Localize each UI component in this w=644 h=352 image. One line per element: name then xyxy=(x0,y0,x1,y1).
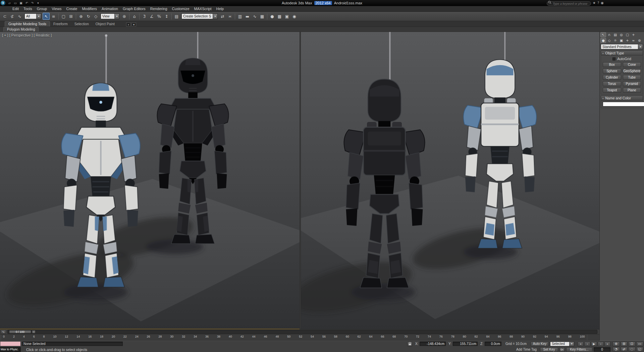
viewport-canvas-right[interactable] xyxy=(301,32,599,329)
angle-snap-icon[interactable]: ∠ xyxy=(148,13,155,20)
polygon-modeling-panel-tab[interactable]: Polygon Modeling xyxy=(3,27,39,32)
name-and-color-rollout-header[interactable]: - Name and Color xyxy=(601,95,643,100)
select-by-name-icon[interactable]: ≡ xyxy=(50,13,57,20)
previous-frame-button[interactable]: ‹ xyxy=(584,342,590,346)
autogrid-checkbox[interactable] xyxy=(612,57,615,60)
graphite-ribbon-toggle-icon[interactable]: ▬ xyxy=(244,13,251,20)
snap-toggle-3d-icon[interactable]: 3 xyxy=(141,13,148,20)
menu-item[interactable]: Help xyxy=(214,7,226,11)
menu-item[interactable]: Modifiers xyxy=(79,7,99,11)
mini-curve-editor-button[interactable]: ∿ xyxy=(1,330,6,334)
app-logo[interactable]: 3 xyxy=(1,1,5,5)
pan-view-icon[interactable]: ⇄ xyxy=(621,347,628,352)
ribbon-tab[interactable]: Graphite Modeling Tools xyxy=(5,21,50,27)
render-production-icon[interactable]: ◉ xyxy=(291,13,298,20)
key-filters-button[interactable]: Key Filters... xyxy=(566,347,592,352)
modify-tab-icon[interactable]: ∩ xyxy=(606,32,612,37)
menu-item[interactable]: Graph Editors xyxy=(120,7,148,11)
object-type-button[interactable]: GeoSphere xyxy=(623,69,641,74)
align-icon[interactable]: ≍ xyxy=(226,13,233,20)
select-and-link-icon[interactable]: ⊂ xyxy=(1,13,8,20)
set-key-button[interactable]: Set Key xyxy=(540,347,558,352)
undo-icon[interactable]: ↶ xyxy=(24,1,29,5)
zoom-all-icon[interactable]: ⊞ xyxy=(621,342,628,346)
mirror-icon[interactable]: ⇄ xyxy=(219,13,226,20)
help-icon[interactable]: ? xyxy=(597,1,599,5)
keyboard-override-icon[interactable]: ⌂ xyxy=(131,13,138,20)
menu-item[interactable]: MAXScript xyxy=(192,7,214,11)
x-coordinate-field[interactable]: -148.434cm xyxy=(420,342,446,346)
shapes-category-icon[interactable]: ◇ xyxy=(606,38,612,43)
object-type-button[interactable]: Tube xyxy=(623,75,641,80)
selection-lock-toggle[interactable] xyxy=(407,342,413,346)
ribbon-tab[interactable]: Object Paint xyxy=(92,21,118,27)
object-type-button[interactable]: Sphere xyxy=(603,69,621,74)
viewport-left[interactable]: [ + ] [ Perspective ] [ Realistic ] xyxy=(0,32,300,329)
object-type-button[interactable]: Box xyxy=(603,62,621,67)
current-frame-field[interactable]: 0 xyxy=(594,347,610,352)
space-warps-category-icon[interactable]: ≈ xyxy=(631,38,636,43)
menu-item[interactable]: Views xyxy=(49,7,64,11)
rectangular-selection-region-icon[interactable]: ▢ xyxy=(60,13,67,20)
select-and-move-icon[interactable]: ⊕ xyxy=(77,13,85,20)
create-tab-icon[interactable]: ↖ xyxy=(600,32,606,37)
zoom-region-icon[interactable]: ▭ xyxy=(636,342,644,346)
ribbon-display-toggle-icon[interactable]: ▪ xyxy=(126,23,131,27)
menu-item[interactable]: Edit xyxy=(10,7,21,11)
reference-coordinate-dropdown[interactable]: View▾ xyxy=(101,13,119,19)
search-input[interactable] xyxy=(547,1,591,6)
object-type-button[interactable]: Torus xyxy=(603,81,621,86)
ribbon-tab[interactable]: Selection xyxy=(71,21,92,27)
rendered-frame-window-icon[interactable]: ▣ xyxy=(283,13,290,20)
sign-in-star-icon[interactable]: ★ xyxy=(593,1,596,5)
helpers-category-icon[interactable]: + xyxy=(625,38,630,43)
go-to-start-button[interactable]: « xyxy=(578,342,584,346)
selection-filter-dropdown[interactable]: All▾ xyxy=(24,13,41,19)
maxscript-mini-listener[interactable]: Max to Physc. xyxy=(0,347,21,352)
ribbon-options-arrow-icon[interactable]: ▾ xyxy=(131,23,136,27)
curve-editor-icon[interactable]: ∿ xyxy=(251,13,258,20)
menu-item[interactable]: Tools xyxy=(21,7,35,11)
material-editor-icon[interactable]: ● xyxy=(269,13,276,20)
communication-center-icon[interactable]: ◉ xyxy=(601,1,604,5)
zoom-icon[interactable]: ⊕ xyxy=(612,342,620,346)
key-selection-dropdown[interactable]: Selected▾ xyxy=(550,342,574,346)
cameras-category-icon[interactable]: ▣ xyxy=(619,38,624,43)
viewport-canvas-left[interactable] xyxy=(0,32,300,329)
menu-item[interactable]: Customize xyxy=(170,7,192,11)
object-type-rollout-header[interactable]: - Object Type xyxy=(601,50,643,55)
track-bar[interactable]: 0246810121416182022242628303234363840424… xyxy=(0,334,599,341)
time-slider-next-nub[interactable]: › xyxy=(32,330,36,334)
percent-snap-icon[interactable]: % xyxy=(156,13,163,20)
play-button[interactable]: ▶ xyxy=(591,342,597,346)
object-type-button[interactable]: Plane xyxy=(623,88,641,93)
display-tab-icon[interactable]: ▢ xyxy=(625,32,630,37)
redo-icon[interactable]: ↷ xyxy=(30,1,35,5)
hierarchy-tab-icon[interactable]: ▤ xyxy=(612,32,618,37)
utilities-tab-icon[interactable]: + xyxy=(631,32,636,37)
maxscript-macro-recorder[interactable] xyxy=(0,341,21,346)
select-and-rotate-icon[interactable]: ↻ xyxy=(85,13,92,20)
project-folder-icon[interactable]: ▾ xyxy=(36,1,41,5)
bind-to-space-warp-icon[interactable]: ∿ xyxy=(16,13,23,20)
field-of-view-icon[interactable]: ◔ xyxy=(612,347,620,352)
save-file-icon[interactable]: ▣ xyxy=(18,1,23,5)
y-coordinate-field[interactable]: 155.711cm xyxy=(453,342,478,346)
select-and-manipulate-icon[interactable]: ⊛ xyxy=(121,13,128,20)
next-frame-button[interactable]: › xyxy=(598,342,604,346)
render-setup-icon[interactable]: ▩ xyxy=(276,13,283,20)
new-scene-icon[interactable]: ▱ xyxy=(7,1,12,5)
auto-key-button[interactable]: Auto Key xyxy=(531,342,549,346)
viewport-label[interactable]: [ + ] [ Perspective ] [ Realistic ] xyxy=(2,33,52,37)
layer-manager-icon[interactable]: ▥ xyxy=(236,13,244,20)
motion-tab-icon[interactable]: ◎ xyxy=(619,32,624,37)
object-type-button[interactable]: Cylinder xyxy=(603,75,621,80)
time-slider-track[interactable]: 0 / 100 › xyxy=(7,330,597,334)
zoom-extents-icon[interactable]: ⊡ xyxy=(628,342,636,346)
menu-item[interactable]: Rendering xyxy=(148,7,170,11)
select-and-scale-icon[interactable]: ◇ xyxy=(92,13,99,20)
ribbon-tab[interactable]: Freeform xyxy=(50,21,71,27)
named-selection-set-dropdown[interactable]: Create Selection S▾ xyxy=(181,13,218,19)
systems-category-icon[interactable]: ⊚ xyxy=(637,38,642,43)
open-file-icon[interactable]: ▭ xyxy=(13,1,18,5)
